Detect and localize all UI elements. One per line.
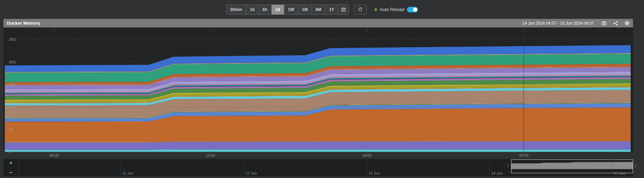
selection-right-handle-icon[interactable] [635, 164, 636, 167]
range-button-1y[interactable]: 1Y [325, 5, 338, 14]
day-separator [490, 159, 490, 176]
range-button-6m[interactable]: 6M [311, 5, 325, 14]
area-layer-03-purple [5, 141, 631, 150]
camera-icon[interactable] [602, 21, 607, 26]
y-axis-label: 10G [9, 105, 16, 109]
navigator-zoom-controls: + − [3, 159, 19, 176]
x-axis-label: 00:00 [519, 153, 529, 157]
y-axis-label: 0 [9, 150, 11, 153]
y-axis-label: 25G [9, 37, 16, 41]
day-label: 12 Jun [246, 171, 257, 175]
range-button-1m[interactable]: 1M [298, 5, 312, 14]
day-label: 11 Jun [122, 171, 133, 175]
refresh-button[interactable] [354, 5, 367, 14]
top-toolbar: 30min1h6h1d1W1M6M1Y Auto Reload [0, 0, 644, 19]
calendar-icon[interactable] [338, 5, 349, 14]
range-button-6h[interactable]: 6h [259, 5, 271, 14]
x-axis-label: 06:00 [49, 153, 59, 157]
chart-title: Docker Memory [7, 21, 40, 26]
auto-reload-control: Auto Reload [374, 7, 418, 12]
day-separator [244, 159, 244, 176]
area-layer-02-cyan [5, 150, 631, 152]
day-separator [367, 159, 367, 176]
y-axis-label: 15G [9, 83, 16, 87]
day-separator [121, 159, 121, 176]
auto-reload-toggle[interactable] [407, 7, 418, 12]
zoom-out-button[interactable]: − [10, 170, 13, 175]
mini-area [511, 162, 633, 169]
gear-icon[interactable] [624, 21, 630, 26]
date-range-label: 14 Jun 2024 04:07 - 15 Jun 2024 04:07 [522, 21, 594, 26]
navigator-mini-chart [511, 160, 633, 169]
day-separator [612, 159, 613, 176]
dashboard-root: 30min1h6h1d1W1M6M1Y Auto Reload Docker M… [0, 0, 644, 178]
docker-memory-chart-card: Docker Memory 14 Jun 2024 04:07 - 15 Jun… [3, 19, 633, 176]
toggle-knob [413, 8, 417, 12]
chart-header: Docker Memory 14 Jun 2024 04:07 - 15 Jun… [3, 19, 633, 27]
time-range-group: 30min1h6h1d1W1M6M1Y [226, 4, 349, 15]
day-label: 15 Jun [614, 171, 626, 175]
x-axis-label: 12:00 [206, 153, 215, 157]
day-label: 14 Jun [491, 171, 503, 175]
zoom-in-button[interactable]: + [10, 161, 13, 165]
day-label: 13 Jun [369, 171, 380, 175]
refresh-icon [358, 7, 363, 12]
y-axis-label: 5G [9, 128, 14, 132]
share-icon[interactable] [613, 21, 618, 26]
x-axis-label: 18:00 [362, 153, 372, 157]
range-button-30min[interactable]: 30min [226, 5, 246, 14]
date-navigator[interactable]: + − 11 Jun12 Jun13 Jun14 Jun15 Jun [3, 159, 633, 176]
area-layer-01-bottom-green [5, 152, 631, 152]
range-button-1h[interactable]: 1h [246, 5, 259, 14]
selection-left-handle-icon[interactable] [508, 164, 508, 167]
main-chart-svg[interactable]: 05G10G15G20G25G [3, 28, 633, 153]
x-axis-strip: 06:0012:0018:0000:00 [3, 153, 633, 158]
range-button-1w[interactable]: 1W [284, 5, 298, 14]
chart-header-controls: 14 Jun 2024 04:07 - 15 Jun 2024 04:07 [522, 21, 630, 26]
auto-reload-label: Auto Reload [380, 7, 405, 12]
range-button-1d[interactable]: 1d [271, 5, 284, 14]
status-dot-icon [374, 8, 377, 11]
y-axis-label: 20G [9, 60, 16, 64]
